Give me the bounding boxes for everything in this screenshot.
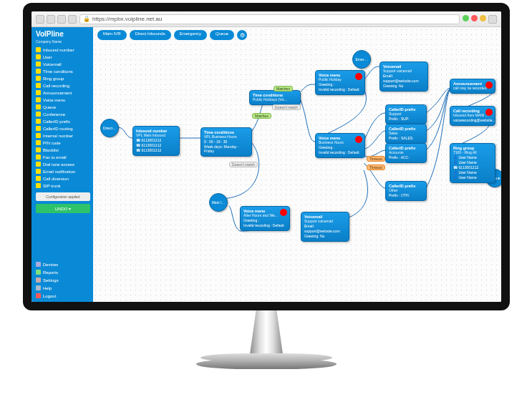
label-matches: Matches [252, 113, 271, 119]
node-ring-group[interactable]: Ring group 7100 - Ring All 👤 User Name 👤… [450, 143, 495, 183]
label-nomatch: Doesn't match [272, 104, 301, 110]
label-matches: Matches [274, 86, 293, 92]
sidebar: VoIPline Company Name Inbound number Use… [32, 27, 93, 302]
tab[interactable]: Direct Inbounds [130, 30, 171, 40]
sidebar-logout[interactable]: Logout [36, 293, 90, 299]
node-voice-menu[interactable]: Voice menu Public Holiday Greeting : Inv… [315, 70, 365, 95]
gear-icon[interactable]: ⚙ [237, 30, 247, 40]
monitor-stand [222, 310, 311, 375]
sidebar-item[interactable]: Inbound number [36, 46, 90, 53]
node-announcement[interactable]: Announcement call may be recorded [450, 79, 495, 94]
sidebar-item[interactable]: Time conditions [36, 68, 90, 74]
app-root: VoIPline Company Name Inbound number Use… [32, 27, 501, 302]
sidebar-item[interactable]: Voicemail [36, 61, 90, 67]
undo-button[interactable]: UNDO ▾ [36, 204, 90, 213]
canvas-tabs: Main IVR Direct Inbounds Emergency Queue… [97, 30, 247, 40]
node-callerid-prefix[interactable]: CallerID prefix Sales Prefix : SALES: [385, 124, 427, 144]
sidebar-help[interactable]: Help [36, 285, 90, 291]
connection-wires [93, 27, 501, 302]
lock-icon: 🔒 [83, 16, 90, 22]
node-time-conditions[interactable]: Time conditions VPL Business Hours 9 : 0… [200, 127, 252, 157]
sidebar-item[interactable]: Fax to email [36, 154, 90, 160]
reload-button[interactable] [57, 15, 66, 24]
node-callerid-prefix[interactable]: CallerID prefix Support Prefix : SUP: [385, 104, 427, 124]
ext-icon[interactable] [463, 15, 469, 21]
tab[interactable]: Queue [210, 30, 234, 40]
sidebar-item[interactable]: Call recording [36, 82, 90, 89]
sidebar-item[interactable]: Call diversion [36, 175, 90, 182]
sidebar-item[interactable]: CallerID routing [36, 125, 90, 132]
nav-buttons [36, 15, 77, 24]
back-button[interactable] [36, 15, 44, 24]
node-callerid-prefix[interactable]: CallerID prefix Accounts Prefix : ACC: [385, 143, 427, 163]
sidebar-item[interactable]: Announcement [36, 89, 90, 96]
sidebar-reports[interactable]: Reports [36, 269, 90, 275]
browser-chrome: 🔒 https://mpbx.voipline.net.au [32, 11, 501, 27]
sidebar-item[interactable]: Blacklist [36, 147, 90, 153]
menu-button[interactable] [488, 15, 497, 24]
node-callerid-prefix[interactable]: CallerID prefix Other Prefix : OTH: [385, 181, 427, 201]
address-bar[interactable]: 🔒 https://mpbx.voipline.net.au [79, 14, 460, 24]
forward-button[interactable] [47, 15, 55, 24]
sidebar-item[interactable]: CallerID prefix [36, 118, 90, 124]
label-timeout: Timeout [367, 156, 385, 162]
browser-extras [463, 15, 497, 24]
node-voice-menu[interactable]: Voice menu After Hours and We... Greetin… [240, 206, 290, 231]
sidebar-item[interactable]: Email notification [36, 168, 90, 175]
sidebar-devices[interactable]: Devices [36, 261, 90, 268]
label-timeout: Timeout [367, 165, 385, 170]
sidebar-item[interactable]: User [36, 54, 90, 60]
node-inbound[interactable]: Inbound number VPL Main Inbound ☎ 611300… [132, 126, 180, 156]
tab[interactable]: Main IVR [97, 30, 127, 40]
ext-icon[interactable] [471, 15, 478, 21]
tab[interactable]: Emergency [174, 30, 207, 40]
sidebar-item[interactable]: Queue [36, 104, 90, 110]
flow-canvas[interactable]: Main IVR Direct Inbounds Emergency Queue… [93, 27, 501, 302]
node-time-conditions[interactable]: Time conditions Public Holidays (Vic... [249, 90, 301, 105]
circle-direct[interactable]: Direct… [100, 119, 119, 137]
company-name: Company Name [36, 39, 90, 44]
sidebar-item[interactable]: Dial tone access [36, 161, 90, 167]
node-call-recording[interactable]: Call recording Inbound from MAIN ... voi… [450, 106, 495, 126]
url-text: https://mpbx.voipline.net.au [92, 16, 162, 22]
circle-emer[interactable]: Emer… [352, 50, 371, 69]
sidebar-item[interactable]: Internal number [36, 132, 90, 139]
sidebar-item[interactable]: Conference [36, 111, 90, 117]
sidebar-settings[interactable]: Settings [36, 277, 90, 283]
sidebar-item[interactable]: PIN code [36, 139, 90, 146]
logo: VoIPline [36, 30, 90, 38]
sidebar-item[interactable]: SIP trunk [36, 182, 90, 189]
config-applied: Configuration applied [36, 192, 90, 201]
label-nomatch: Doesn't match [229, 162, 258, 167]
sidebar-item[interactable]: Ring group [36, 75, 90, 82]
screen: 🔒 https://mpbx.voipline.net.au VoIPline … [32, 11, 501, 302]
ext-icon[interactable] [480, 15, 486, 21]
node-voicemail[interactable]: Voicemail Support voicemail Email: suppo… [301, 212, 349, 242]
node-voicemail[interactable]: Voicemail Support voicemail Email: suppo… [379, 62, 428, 92]
node-voice-menu[interactable]: Voice menu Business Hours Greeting : Inv… [315, 133, 365, 158]
sidebar-item[interactable]: Voice menu [36, 97, 90, 103]
home-button[interactable] [68, 15, 77, 24]
circle-main[interactable]: Main I… [209, 193, 228, 212]
monitor-frame: 🔒 https://mpbx.voipline.net.au VoIPline … [23, 3, 510, 310]
